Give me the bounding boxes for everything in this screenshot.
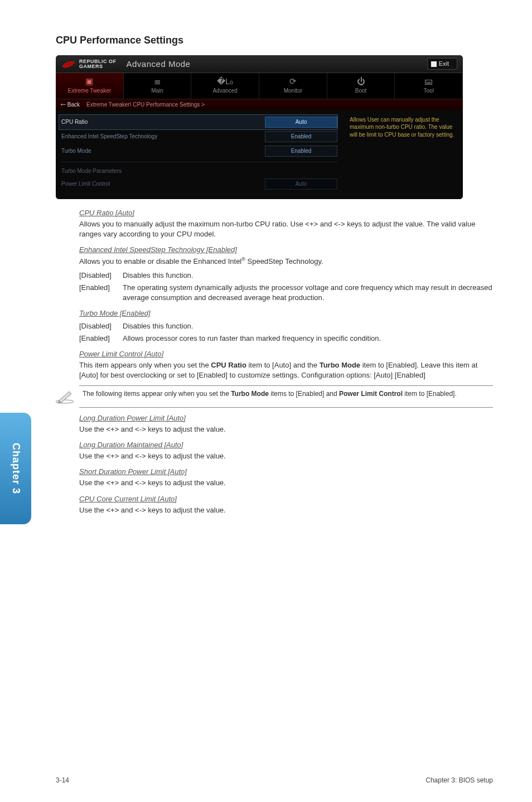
note-text: The following items appear only when you… (83, 389, 457, 399)
footer-chapter: Chapter 3: BIOS setup (425, 776, 493, 785)
bios-body: CPU Ratio Auto Enhanced Intel SpeedStep … (56, 110, 463, 199)
tab-label: Advanced (212, 88, 237, 94)
bios-breadcrumb-row: 🡐 Back Extreme Tweaker\ CPU Performance … (56, 99, 463, 110)
heading-sdpl: Short Duration Power Limit [Auto] (79, 467, 493, 477)
back-button[interactable]: 🡐 Back (60, 101, 80, 109)
separator (61, 162, 337, 162)
note-pen-icon (55, 389, 75, 404)
option-key: [Enabled] (79, 283, 123, 303)
option-val: The operating system dynamically adjusts… (123, 283, 493, 303)
row-power-limit-control[interactable]: Power Limit Control Auto (61, 177, 337, 191)
row-label: CPU Ratio (61, 118, 265, 126)
option-row: [Enabled] Allows processor cores to run … (79, 334, 493, 344)
row-value[interactable]: Enabled (265, 131, 337, 142)
tab-tool[interactable]: 🖴 Tool (395, 73, 463, 98)
advanced-icon: �L₀ (191, 75, 259, 85)
option-row: [Disabled] Disables this function. (79, 270, 493, 281)
page-title: CPU Performance Settings (56, 33, 493, 47)
desc-ldm: Use the <+> and <-> keys to adjust the v… (79, 451, 493, 461)
tab-label: Monitor (284, 88, 302, 94)
bios-header: REPUBLIC OF GAMERS Advanced Mode Exit (56, 55, 463, 73)
rog-logo: REPUBLIC OF GAMERS (61, 59, 117, 69)
desc-plc: This item appears only when you set the … (79, 360, 493, 380)
tab-label: Main (151, 88, 163, 94)
desc-cpu-ratio: Allows you to manually adjust the maximu… (79, 219, 493, 239)
list-icon: ≣ (124, 75, 191, 85)
chip-icon: ▣ (56, 75, 123, 85)
options-eist: [Disabled] Disables this function. [Enab… (79, 270, 493, 303)
footer-page-number: 3-14 (56, 776, 69, 785)
heading-plc: Power Limit Control [Auto] (79, 349, 493, 359)
row-value[interactable]: Enabled (265, 146, 337, 157)
bios-help-panel: Allows User can manually adjust the maxi… (343, 110, 463, 199)
page-footer: 3-14 Chapter 3: BIOS setup (56, 776, 493, 785)
exit-button[interactable]: Exit (427, 58, 457, 70)
row-label: Power Limit Control (61, 180, 265, 188)
row-label: Turbo Mode Parameters (61, 167, 337, 175)
heading-ldpl: Long Duration Power Limit [Auto] (79, 413, 493, 423)
tab-label: Boot (355, 88, 367, 94)
desc-sdpl: Use the <+> and <-> keys to adjust the v… (79, 478, 493, 488)
row-value[interactable]: Auto (265, 178, 337, 190)
heading-eist: Enhanced Intel SpeedStep Technology [Ena… (79, 245, 493, 255)
option-val: Disables this function. (123, 321, 493, 331)
heading-cccl: CPU Core Current Limit [Auto] (79, 494, 493, 504)
desc-cccl: Use the <+> and <-> keys to adjust the v… (79, 505, 493, 515)
bios-settings-list: CPU Ratio Auto Enhanced Intel SpeedStep … (56, 110, 343, 199)
monitor-icon: ⟳ (259, 75, 327, 85)
logo-text-bottom: GAMERS (79, 64, 117, 69)
tab-boot[interactable]: ⏻ Boot (327, 73, 395, 98)
heading-ldm: Long Duration Maintained [Auto] (79, 440, 493, 450)
row-cpu-ratio[interactable]: CPU Ratio Auto (59, 115, 337, 129)
bios-tabs: ▣ Extreme Tweaker ≣ Main �L₀ Advanced ⟳ … (56, 73, 463, 99)
tab-label: Tool (424, 88, 434, 94)
mode-label: Advanced Mode (127, 58, 191, 70)
help-text: Allows User can manually adjust the maxi… (350, 117, 454, 138)
option-row: [Enabled] The operating system dynamical… (79, 283, 493, 303)
desc-eist: Allows you to enable or disable the Enha… (79, 256, 493, 267)
tab-extreme-tweaker[interactable]: ▣ Extreme Tweaker (56, 73, 124, 98)
option-row: [Disabled] Disables this function. (79, 321, 493, 331)
option-val: Disables this function. (123, 270, 493, 281)
tab-advanced[interactable]: �L₀ Advanced (191, 73, 259, 98)
side-tab-label: Chapter 3 (8, 443, 22, 494)
tab-monitor[interactable]: ⟳ Monitor (259, 73, 327, 98)
option-key: [Enabled] (79, 334, 123, 344)
breadcrumb: Extreme Tweaker\ CPU Performance Setting… (86, 101, 205, 109)
row-turbo-params-header: Turbo Mode Parameters (61, 166, 337, 177)
option-key: [Disabled] (79, 270, 123, 281)
option-key: [Disabled] (79, 321, 123, 331)
exit-label: Exit (439, 60, 449, 68)
option-val: Allows processor cores to run faster tha… (123, 334, 493, 344)
tab-label: Extreme Tweaker (68, 88, 112, 94)
options-turbo: [Disabled] Disables this function. [Enab… (79, 321, 493, 344)
note-box: The following items appear only when you… (79, 385, 493, 408)
tab-main[interactable]: ≣ Main (124, 73, 192, 98)
exit-icon (431, 61, 437, 67)
desc-ldpl: Use the <+> and <-> keys to adjust the v… (79, 424, 493, 434)
row-label: Enhanced Intel SpeedStep Technology (61, 133, 265, 141)
boot-icon: ⏻ (327, 75, 395, 85)
row-turbo-mode[interactable]: Turbo Mode Enabled (61, 144, 337, 158)
row-value[interactable]: Auto (265, 117, 337, 128)
heading-turbo: Turbo Mode [Enabled] (79, 308, 493, 318)
chapter-side-tab: Chapter 3 (0, 413, 31, 524)
rog-eye-icon (61, 60, 76, 69)
heading-cpu-ratio: CPU Ratio [Auto] (79, 208, 493, 218)
row-eist[interactable]: Enhanced Intel SpeedStep Technology Enab… (61, 129, 337, 144)
bios-screenshot: REPUBLIC OF GAMERS Advanced Mode Exit ▣ … (56, 55, 463, 199)
row-label: Turbo Mode (61, 147, 265, 155)
tool-icon: 🖴 (395, 75, 462, 85)
